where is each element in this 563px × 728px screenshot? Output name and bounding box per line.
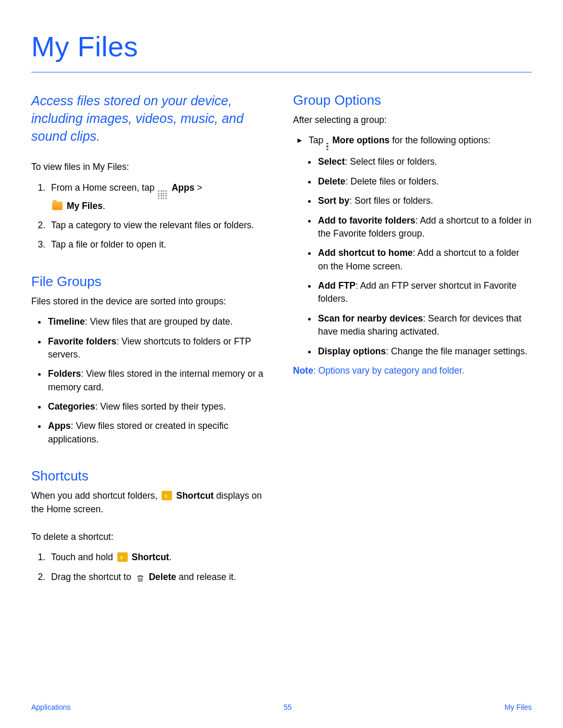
term: Add shortcut to home bbox=[318, 248, 413, 258]
term: Select bbox=[318, 156, 345, 167]
list-item: Select: Select files or folders. bbox=[317, 155, 532, 168]
text-c: and release it. bbox=[176, 572, 236, 582]
list-item: Sort by: Sort files or folders. bbox=[317, 194, 532, 207]
shortcut-label: Shortcut bbox=[176, 490, 214, 501]
desc: : Delete files or folders. bbox=[346, 176, 439, 187]
page-title: My Files bbox=[31, 30, 532, 63]
step-3: Tap a file or folder to open it. bbox=[48, 238, 270, 251]
step-1: From a Home screen, tap Apps > My Files. bbox=[48, 181, 270, 213]
desc: : Sort files or folders. bbox=[349, 195, 433, 206]
step-1: Touch and hold Shortcut. bbox=[48, 551, 270, 564]
more-options-icon bbox=[326, 143, 328, 151]
trash-icon bbox=[135, 572, 145, 585]
list-item: Favorite folders: View shortcuts to fold… bbox=[47, 335, 270, 362]
group-options-list: Select: Select files or folders. Delete:… bbox=[293, 155, 532, 358]
view-files-lead: To view files in My Files: bbox=[31, 161, 270, 174]
desc: : Change the file manager settings. bbox=[386, 346, 527, 356]
file-groups-heading: File Groups bbox=[31, 274, 270, 290]
view-files-steps: From a Home screen, tap Apps > My Files.… bbox=[31, 181, 270, 252]
term: Add FTP bbox=[318, 280, 356, 291]
step-1-text-a: From a Home screen, tap bbox=[51, 182, 157, 193]
term: Add to favorite folders bbox=[318, 215, 415, 226]
tap-text-a: Tap bbox=[309, 135, 326, 145]
list-item: Add to favorite folders: Add a shortcut … bbox=[317, 214, 532, 241]
file-groups-list: Timeline: View files that are grouped by… bbox=[31, 315, 270, 446]
footer-right: My Files bbox=[505, 703, 532, 711]
my-files-folder-icon bbox=[52, 202, 63, 210]
tap-more-options: Tap More options for the following optio… bbox=[293, 134, 532, 150]
intro-text: Access files stored on your device, incl… bbox=[31, 92, 270, 145]
footer-page-number: 55 bbox=[284, 703, 292, 711]
apps-label: Apps bbox=[172, 182, 194, 193]
list-item: Apps: View files stored or created in sp… bbox=[47, 419, 270, 446]
list-item: Delete: Delete files or folders. bbox=[317, 175, 532, 188]
term: Categories bbox=[48, 401, 95, 412]
shortcut-label: Shortcut bbox=[131, 552, 169, 562]
title-divider bbox=[31, 72, 532, 72]
options-note: Note: Options vary by category and folde… bbox=[293, 365, 532, 376]
delete-shortcut-steps: Touch and hold Shortcut. Drag the shortc… bbox=[31, 551, 270, 585]
file-groups-lead: Files stored in the device are sorted in… bbox=[31, 295, 270, 308]
page-footer: Applications 55 My Files bbox=[31, 703, 532, 711]
tap-text-b: for the following options: bbox=[392, 135, 491, 145]
apps-grid-icon bbox=[158, 190, 167, 200]
term: Scan for nearby devices bbox=[318, 313, 423, 324]
shortcuts-heading: Shortcuts bbox=[31, 468, 270, 484]
text-c: . bbox=[169, 552, 172, 562]
list-item: Categories: View files sorted by their t… bbox=[47, 400, 270, 413]
my-files-label: My Files bbox=[67, 201, 103, 211]
list-item: Scan for nearby devices: Search for devi… bbox=[317, 312, 532, 339]
list-item: Add shortcut to home: Add a shortcut to … bbox=[317, 246, 532, 273]
step-1-end: . bbox=[103, 201, 105, 211]
more-options-label: More options bbox=[332, 135, 389, 145]
delete-shortcut-lead: To delete a shortcut: bbox=[31, 530, 270, 544]
term: Sort by bbox=[318, 195, 349, 206]
text-a: Drag the shortcut to bbox=[51, 572, 134, 582]
desc: : Select files or folders. bbox=[345, 156, 437, 167]
term: Folders bbox=[48, 368, 81, 379]
content-columns: Access files stored on your device, incl… bbox=[31, 92, 532, 591]
term: Delete bbox=[318, 176, 346, 187]
list-item: Display options: Change the file manager… bbox=[317, 345, 532, 358]
term: Timeline bbox=[48, 316, 85, 327]
shortcuts-para-a: When you add shortcut folders, bbox=[31, 490, 160, 501]
delete-label: Delete bbox=[149, 572, 176, 582]
list-item: Timeline: View files that are grouped by… bbox=[47, 315, 270, 328]
shortcut-folder-icon bbox=[117, 552, 128, 562]
text-a: Touch and hold bbox=[51, 552, 116, 562]
note-text: : Options vary by category and folder. bbox=[313, 365, 464, 376]
shortcuts-para: When you add shortcut folders, Shortcut … bbox=[31, 489, 270, 516]
desc: : View files stored or created in specif… bbox=[48, 421, 228, 444]
step-2: Tap a category to view the relevant file… bbox=[48, 219, 270, 232]
term: Display options bbox=[318, 346, 386, 356]
group-options-lead: After selecting a group: bbox=[293, 114, 532, 127]
list-item: Folders: View files stored in the intern… bbox=[47, 367, 270, 394]
desc: : View files that are grouped by date. bbox=[85, 316, 233, 327]
desc: : View files sorted by their types. bbox=[95, 401, 226, 412]
list-item: Add FTP: Add an FTP server shortcut in F… bbox=[317, 279, 532, 306]
note-label: Note bbox=[293, 365, 313, 376]
term: Favorite folders bbox=[48, 336, 116, 347]
column-right: Group Options After selecting a group: T… bbox=[293, 92, 532, 591]
step-2: Drag the shortcut to Delete and release … bbox=[48, 571, 270, 585]
step-1-gt: > bbox=[194, 182, 202, 193]
term: Apps bbox=[48, 421, 71, 431]
group-options-heading: Group Options bbox=[293, 92, 532, 108]
shortcut-folder-icon bbox=[162, 491, 172, 500]
footer-left: Applications bbox=[31, 703, 71, 711]
column-left: Access files stored on your device, incl… bbox=[31, 92, 270, 591]
